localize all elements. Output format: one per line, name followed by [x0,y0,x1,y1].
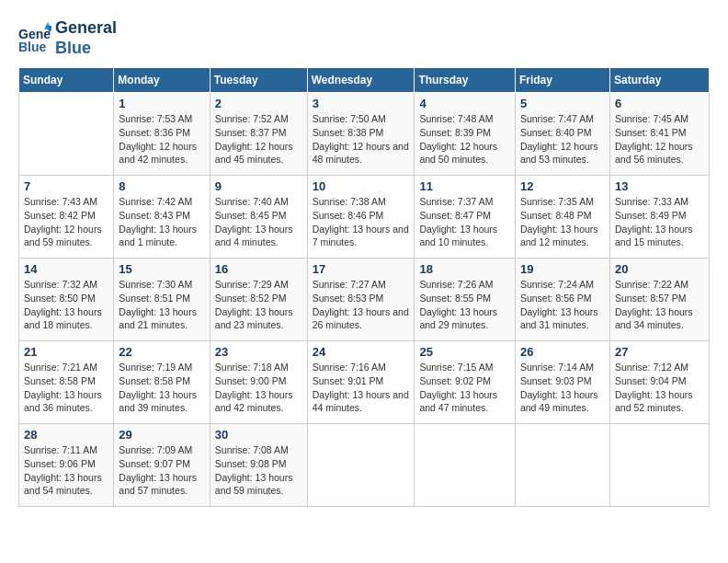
day-info: Sunrise: 7:08 AM Sunset: 9:08 PM Dayligh… [215,443,302,498]
day-number: 25 [419,345,510,359]
sunset-time: Sunset: 8:45 PM [215,210,287,221]
day-number: 23 [215,345,302,359]
svg-text:Blue: Blue [18,40,47,54]
day-info: Sunrise: 7:30 AM Sunset: 8:51 PM Dayligh… [119,278,204,332]
calendar-table: SundayMondayTuesdayWednesdayThursdayFrid… [18,67,710,507]
calendar-cell: 23 Sunrise: 7:18 AM Sunset: 9:00 PM Dayl… [210,341,307,424]
day-number: 9 [215,179,302,193]
day-info: Sunrise: 7:19 AM Sunset: 8:58 PM Dayligh… [119,361,204,415]
daylight-hours: Daylight: 12 hours and 42 minutes. [119,141,197,166]
sunset-time: Sunset: 8:46 PM [313,210,384,221]
daylight-hours: Daylight: 12 hours and 45 minutes. [215,141,293,166]
calendar-cell: 28 Sunrise: 7:11 AM Sunset: 9:06 PM Dayl… [19,424,114,507]
sunset-time: Sunset: 8:40 PM [520,127,592,138]
day-number: 26 [520,345,605,359]
day-number: 3 [313,97,410,110]
daylight-hours: Daylight: 13 hours and 36 minutes. [24,389,102,414]
sunrise-time: Sunrise: 7:32 AM [24,279,97,290]
day-number: 24 [313,345,410,359]
calendar-cell [19,93,114,176]
calendar-cell: 8 Sunrise: 7:42 AM Sunset: 8:43 PM Dayli… [114,176,210,259]
daylight-hours: Daylight: 13 hours and 4 minutes. [215,224,293,248]
sunrise-time: Sunrise: 7:12 AM [615,362,688,373]
calendar-cell: 18 Sunrise: 7:26 AM Sunset: 8:55 PM Dayl… [415,259,516,341]
day-info: Sunrise: 7:40 AM Sunset: 8:45 PM Dayligh… [215,195,302,249]
day-info: Sunrise: 7:18 AM Sunset: 9:00 PM Dayligh… [215,361,302,415]
calendar-cell: 5 Sunrise: 7:47 AM Sunset: 8:40 PM Dayli… [515,93,609,176]
calendar-cell: 14 Sunrise: 7:32 AM Sunset: 8:50 PM Dayl… [19,259,114,341]
sunrise-time: Sunrise: 7:42 AM [119,196,192,207]
sunrise-time: Sunrise: 7:43 AM [24,196,97,207]
weekday-header-wednesday: Wednesday [307,68,415,93]
calendar-cell [609,424,709,507]
sunset-time: Sunset: 9:06 PM [24,458,96,469]
daylight-hours: Daylight: 13 hours and 54 minutes. [24,472,102,497]
day-info: Sunrise: 7:33 AM Sunset: 8:49 PM Dayligh… [615,195,704,249]
calendar-cell: 9 Sunrise: 7:40 AM Sunset: 8:45 PM Dayli… [210,176,307,259]
sunset-time: Sunset: 8:47 PM [419,210,491,221]
page-header: General Blue General Blue [18,18,710,58]
weekday-header-monday: Monday [114,68,210,93]
calendar-cell: 4 Sunrise: 7:48 AM Sunset: 8:39 PM Dayli… [415,93,516,176]
daylight-hours: Daylight: 13 hours and 1 minute. [119,224,197,248]
sunset-time: Sunset: 8:38 PM [313,127,384,138]
weekday-header-saturday: Saturday [609,68,709,93]
daylight-hours: Daylight: 13 hours and 12 minutes. [520,224,598,248]
sunset-time: Sunset: 8:49 PM [615,210,687,221]
day-number: 10 [313,179,410,193]
sunrise-time: Sunrise: 7:27 AM [313,279,386,290]
sunrise-time: Sunrise: 7:15 AM [419,362,493,373]
calendar-cell: 1 Sunrise: 7:53 AM Sunset: 8:36 PM Dayli… [114,93,210,176]
sunrise-time: Sunrise: 7:22 AM [615,279,688,290]
day-number: 1 [119,97,204,110]
day-info: Sunrise: 7:50 AM Sunset: 8:38 PM Dayligh… [313,112,410,167]
calendar-week-row: 28 Sunrise: 7:11 AM Sunset: 9:06 PM Dayl… [19,424,710,507]
day-number: 7 [24,179,108,193]
sunset-time: Sunset: 8:55 PM [419,293,491,304]
sunset-time: Sunset: 8:39 PM [419,127,491,138]
daylight-hours: Daylight: 13 hours and 18 minutes. [24,306,102,331]
daylight-hours: Daylight: 13 hours and 39 minutes. [119,389,197,414]
day-number: 14 [24,262,108,276]
day-number: 21 [24,345,108,359]
sunrise-time: Sunrise: 7:52 AM [215,113,289,124]
daylight-hours: Daylight: 13 hours and 34 minutes. [615,306,693,331]
sunrise-time: Sunrise: 7:37 AM [419,196,493,207]
daylight-hours: Daylight: 13 hours and 42 minutes. [215,389,293,414]
day-number: 12 [520,179,605,193]
daylight-hours: Daylight: 13 hours and 15 minutes. [615,224,693,248]
sunrise-time: Sunrise: 7:40 AM [215,196,289,207]
day-number: 22 [119,345,204,359]
sunrise-time: Sunrise: 7:21 AM [24,362,97,373]
sunset-time: Sunset: 9:08 PM [215,458,287,469]
day-info: Sunrise: 7:12 AM Sunset: 9:04 PM Dayligh… [615,361,704,415]
day-info: Sunrise: 7:37 AM Sunset: 8:47 PM Dayligh… [419,195,510,249]
calendar-week-row: 1 Sunrise: 7:53 AM Sunset: 8:36 PM Dayli… [19,93,710,176]
calendar-cell: 7 Sunrise: 7:43 AM Sunset: 8:42 PM Dayli… [19,176,114,259]
sunset-time: Sunset: 8:58 PM [119,375,190,386]
day-info: Sunrise: 7:38 AM Sunset: 8:46 PM Dayligh… [313,195,410,249]
calendar-cell: 6 Sunrise: 7:45 AM Sunset: 8:41 PM Dayli… [609,93,709,176]
day-number: 18 [419,262,510,276]
logo-icon: General Blue [18,22,51,55]
calendar-cell: 15 Sunrise: 7:30 AM Sunset: 8:51 PM Dayl… [114,259,210,341]
daylight-hours: Daylight: 13 hours and 44 minutes. [313,389,409,414]
calendar-cell: 19 Sunrise: 7:24 AM Sunset: 8:56 PM Dayl… [515,259,609,341]
day-number: 2 [215,97,302,110]
sunrise-time: Sunrise: 7:11 AM [24,444,97,455]
calendar-week-row: 21 Sunrise: 7:21 AM Sunset: 8:58 PM Dayl… [19,341,710,424]
day-number: 5 [520,97,605,110]
sunset-time: Sunset: 8:58 PM [24,375,96,386]
daylight-hours: Daylight: 12 hours and 48 minutes. [313,141,409,166]
calendar-cell: 16 Sunrise: 7:29 AM Sunset: 8:52 PM Dayl… [210,259,307,341]
day-info: Sunrise: 7:43 AM Sunset: 8:42 PM Dayligh… [24,195,108,249]
sunrise-time: Sunrise: 7:14 AM [520,362,594,373]
sunset-time: Sunset: 8:48 PM [520,210,592,221]
weekday-header-tuesday: Tuesday [210,68,307,93]
sunset-time: Sunset: 9:02 PM [419,375,491,386]
logo-text-line2: Blue [55,39,117,59]
sunrise-time: Sunrise: 7:29 AM [215,279,289,290]
calendar-cell: 30 Sunrise: 7:08 AM Sunset: 9:08 PM Dayl… [210,424,307,507]
day-info: Sunrise: 7:16 AM Sunset: 9:01 PM Dayligh… [313,361,410,415]
day-number: 17 [313,262,410,276]
